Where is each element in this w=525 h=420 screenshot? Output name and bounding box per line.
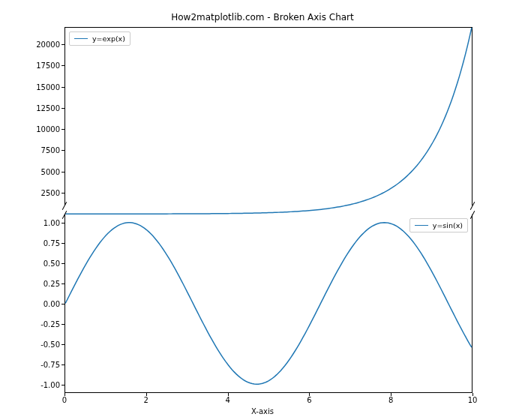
y-tick-mark xyxy=(62,65,64,66)
x-tick-mark xyxy=(472,393,473,396)
y-tick-label: 17500 xyxy=(8,62,60,70)
y-tick-mark xyxy=(62,172,64,172)
plot-top xyxy=(65,28,472,206)
x-tick-label: 2 xyxy=(144,396,148,404)
y-tick-mark xyxy=(62,150,64,151)
y-tick-mark xyxy=(62,304,64,304)
y-tick-label: 0.50 xyxy=(8,259,60,267)
y-tick-label: 10000 xyxy=(8,125,60,134)
x-tick-mark xyxy=(146,393,147,396)
y-tick-mark xyxy=(62,193,64,194)
x-tick-label: 4 xyxy=(225,396,230,404)
x-axis-label: X-axis xyxy=(0,407,525,416)
y-tick-mark xyxy=(62,129,64,130)
y-tick-label: 0.00 xyxy=(8,300,60,308)
axis-break-icon xyxy=(62,202,68,210)
x-tick-label: 0 xyxy=(62,396,67,404)
y-tick-mark xyxy=(62,243,64,244)
y-tick-label: 0.75 xyxy=(8,238,60,247)
chart-title: How2matplotlib.com - Broken Axis Chart xyxy=(0,12,525,22)
y-tick-mark xyxy=(62,364,64,365)
x-tick-label: 6 xyxy=(307,396,311,404)
x-tick-label: 10 xyxy=(468,396,478,404)
y-tick-mark xyxy=(62,108,64,109)
y-tick-mark xyxy=(62,324,64,325)
y-tick-label: 20000 xyxy=(8,40,60,48)
legend-label: y=sin(x) xyxy=(433,221,463,230)
y-tick-mark xyxy=(62,263,64,264)
y-tick-label: 7500 xyxy=(8,146,60,154)
legend-top: y=exp(x) xyxy=(69,32,130,46)
y-tick-mark xyxy=(62,44,64,45)
legend-swatch-icon xyxy=(74,38,88,39)
y-tick-mark xyxy=(62,385,64,386)
legend-label: y=exp(x) xyxy=(92,34,125,43)
legend-swatch-icon xyxy=(415,225,428,226)
plot-bottom xyxy=(65,214,472,392)
x-tick-mark xyxy=(391,393,392,396)
y-tick-label: 1.00 xyxy=(8,218,60,226)
y-tick-label: 5000 xyxy=(8,167,60,176)
legend-bottom: y=sin(x) xyxy=(410,218,468,232)
y-tick-label: -0.50 xyxy=(8,340,60,349)
y-tick-label: -0.25 xyxy=(8,320,60,328)
axes-bottom: y=sin(x) xyxy=(64,214,472,393)
axes-top: y=exp(x) xyxy=(64,27,472,206)
figure: How2matplotlib.com - Broken Axis Chart y… xyxy=(0,0,525,420)
y-tick-label: -0.75 xyxy=(8,361,60,369)
y-tick-label: 0.25 xyxy=(8,279,60,287)
y-tick-mark xyxy=(62,87,64,88)
x-tick-mark xyxy=(64,393,65,396)
y-tick-label: 2500 xyxy=(8,189,60,197)
y-tick-mark xyxy=(62,223,64,224)
y-tick-mark xyxy=(62,284,64,284)
y-tick-label: 12500 xyxy=(8,104,60,112)
y-tick-mark xyxy=(62,344,64,345)
y-tick-label: 15000 xyxy=(8,82,60,91)
y-tick-label: -1.00 xyxy=(8,381,60,389)
x-tick-mark xyxy=(309,393,310,396)
x-tick-label: 8 xyxy=(388,396,393,404)
x-tick-mark xyxy=(228,393,229,396)
